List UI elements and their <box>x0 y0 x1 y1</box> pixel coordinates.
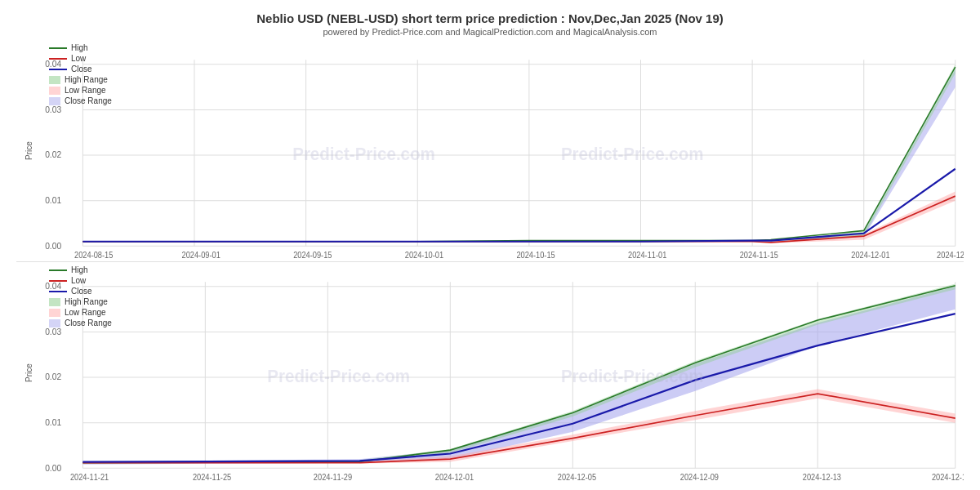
legend-item-close-range: Close Range <box>49 96 112 105</box>
legend-label-close: Close <box>71 65 92 74</box>
legend-label-low-range: Low Range <box>65 86 106 95</box>
legend-label-low: Low <box>71 54 86 63</box>
chart-section-top: Price High Low Close <box>16 42 964 260</box>
svg-text:2024-12-17: 2024-12-17 <box>932 472 964 481</box>
svg-text:Predict-Price.com: Predict-Price.com <box>267 366 410 386</box>
legend-item-close-b: Close <box>49 287 112 296</box>
legend-line-high <box>49 47 67 49</box>
svg-text:2024-12-01: 2024-12-01 <box>435 472 474 481</box>
page-subtitle: powered by Predict-Price.com and Magical… <box>16 27 964 37</box>
svg-text:2024-12-01: 2024-12-01 <box>851 250 889 259</box>
legend-label-low-b: Low <box>71 276 86 285</box>
svg-text:0.02: 0.02 <box>45 149 61 159</box>
svg-text:2024-10-15: 2024-10-15 <box>516 250 555 259</box>
legend-item-high-b: High <box>49 265 112 274</box>
svg-top-chart: 0.00 0.01 0.02 0.03 0.04 <box>41 42 964 260</box>
y-axis-label-bottom: Price <box>16 264 41 482</box>
legend-item-low-range-b: Low Range <box>49 308 112 317</box>
svg-text:2024-11-15: 2024-11-15 <box>740 250 778 259</box>
svg-text:2024-09-01: 2024-09-01 <box>182 250 220 259</box>
svg-text:0.03: 0.03 <box>45 326 61 336</box>
legend-box-high-range <box>49 76 60 84</box>
chart-section-bottom: Price High Low Close <box>16 264 964 482</box>
legend-label-low-range-b: Low Range <box>65 308 106 317</box>
charts-wrapper: Price High Low Close <box>16 42 964 482</box>
legend-line-low-b <box>49 280 67 282</box>
page-title: Neblio USD (NEBL-USD) short term price p… <box>16 11 964 25</box>
legend-box-low-range-b <box>49 309 60 317</box>
svg-text:2024-12-15: 2024-12-15 <box>937 250 964 259</box>
svg-text:0.01: 0.01 <box>45 417 61 427</box>
legend-label-high: High <box>71 43 88 52</box>
legend-item-low-b: Low <box>49 276 112 285</box>
legend-item-close-range-b: Close Range <box>49 318 112 327</box>
svg-text:2024-11-01: 2024-11-01 <box>628 250 666 259</box>
legend-box-high-range-b <box>49 298 60 306</box>
chart-area-top: High Low Close High Range <box>41 42 964 260</box>
svg-text:0.03: 0.03 <box>45 104 61 114</box>
legend-item-low: Low <box>49 54 112 63</box>
legend-line-low <box>49 58 67 60</box>
svg-text:2024-09-15: 2024-09-15 <box>293 250 332 259</box>
svg-text:2024-08-15: 2024-08-15 <box>74 250 113 259</box>
svg-marker-61 <box>82 287 955 465</box>
svg-text:2024-12-09: 2024-12-09 <box>680 472 719 481</box>
legend-bottom: High Low Close High Range <box>49 265 112 327</box>
svg-text:2024-11-21: 2024-11-21 <box>70 472 109 481</box>
svg-text:0.00: 0.00 <box>45 462 61 472</box>
svg-text:Predict-Price.com: Predict-Price.com <box>561 144 704 164</box>
legend-item-high-range-b: High Range <box>49 297 112 306</box>
legend-item-high-range: High Range <box>49 75 112 84</box>
svg-text:0.02: 0.02 <box>45 372 61 381</box>
svg-text:2024-12-13: 2024-12-13 <box>803 472 841 481</box>
chart-area-bottom: High Low Close High Range <box>41 264 964 482</box>
svg-text:2024-11-25: 2024-11-25 <box>193 472 231 481</box>
svg-text:2024-12-05: 2024-12-05 <box>558 472 596 481</box>
legend-box-close-range <box>49 97 60 105</box>
legend-label-close-range: Close Range <box>65 96 112 105</box>
svg-text:2024-11-29: 2024-11-29 <box>314 472 352 481</box>
legend-label-close-range-b: Close Range <box>65 318 112 327</box>
legend-label-high-range-b: High Range <box>65 297 108 306</box>
legend-label-high-b: High <box>71 265 88 274</box>
svg-text:Predict-Price.com: Predict-Price.com <box>292 144 435 164</box>
svg-text:Predict-Price.com: Predict-Price.com <box>561 366 704 386</box>
svg-text:2024-10-01: 2024-10-01 <box>405 250 443 259</box>
legend-line-close-b <box>49 291 67 292</box>
legend-item-high: High <box>49 43 112 52</box>
y-axis-label-top: Price <box>16 42 41 260</box>
main-container: Neblio USD (NEBL-USD) short term price p… <box>0 0 980 490</box>
legend-box-low-range <box>49 87 60 95</box>
legend-item-close: Close <box>49 65 112 74</box>
svg-bottom-chart: 0.00 0.01 0.02 0.03 0.04 <box>41 264 964 482</box>
legend-label-close-b: Close <box>71 287 92 296</box>
svg-marker-31 <box>771 65 956 242</box>
legend-item-low-range: Low Range <box>49 86 112 95</box>
legend-label-high-range: High Range <box>65 75 108 84</box>
legend-top: High Low Close High Range <box>49 43 112 105</box>
legend-box-close-range-b <box>49 319 60 327</box>
legend-line-close <box>49 69 67 70</box>
svg-text:0.01: 0.01 <box>45 195 61 205</box>
chart-divider <box>16 261 964 262</box>
svg-text:0.00: 0.00 <box>45 240 61 250</box>
legend-line-high-b <box>49 270 67 271</box>
